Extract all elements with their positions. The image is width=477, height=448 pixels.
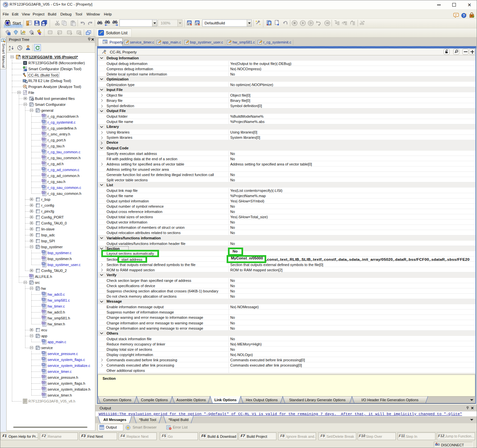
svg-text:h: h	[43, 179, 44, 182]
svg-text:C: C	[42, 120, 44, 123]
svg-text:h: h	[43, 381, 44, 384]
svg-text:C: C	[42, 304, 44, 307]
svg-text:C: C	[42, 351, 44, 354]
svg-text:h: h	[43, 143, 44, 146]
svg-text:C: C	[42, 250, 44, 253]
svg-text:h: h	[43, 155, 44, 158]
svg-text:h: h	[43, 375, 44, 378]
svg-text:h: h	[43, 191, 44, 194]
svg-text:?: ?	[463, 14, 465, 17]
svg-text:h: h	[43, 321, 44, 324]
svg-text:h: h	[43, 132, 44, 134]
svg-text:h: h	[43, 173, 44, 176]
svg-text:C: C	[42, 369, 44, 372]
svg-text:C: C	[42, 262, 44, 265]
svg-text:C: C	[42, 339, 44, 342]
svg-text:h: h	[30, 274, 32, 277]
svg-text:C: C	[42, 298, 44, 301]
svg-text:B: B	[188, 23, 189, 25]
svg-text:h: h	[43, 161, 44, 164]
svg-text:h: h	[43, 387, 44, 390]
svg-text:C: C	[42, 292, 44, 295]
svg-text:C: C	[42, 149, 44, 152]
svg-text:h: h	[43, 137, 44, 140]
svg-text:h: h	[43, 114, 44, 117]
svg-text:C: C	[42, 363, 44, 366]
svg-text:C: C	[42, 357, 44, 360]
svg-text:h: h	[43, 126, 44, 129]
svg-text:Z: Z	[9, 48, 11, 51]
svg-text:h: h	[43, 256, 44, 259]
svg-text:C: C	[42, 185, 44, 188]
svg-text:B: B	[196, 23, 197, 25]
svg-text:h: h	[43, 310, 44, 313]
svg-text:A: A	[9, 45, 11, 48]
svg-text:C: C	[42, 167, 44, 170]
svg-text:h: h	[43, 393, 44, 396]
svg-text:h: h	[43, 315, 44, 318]
